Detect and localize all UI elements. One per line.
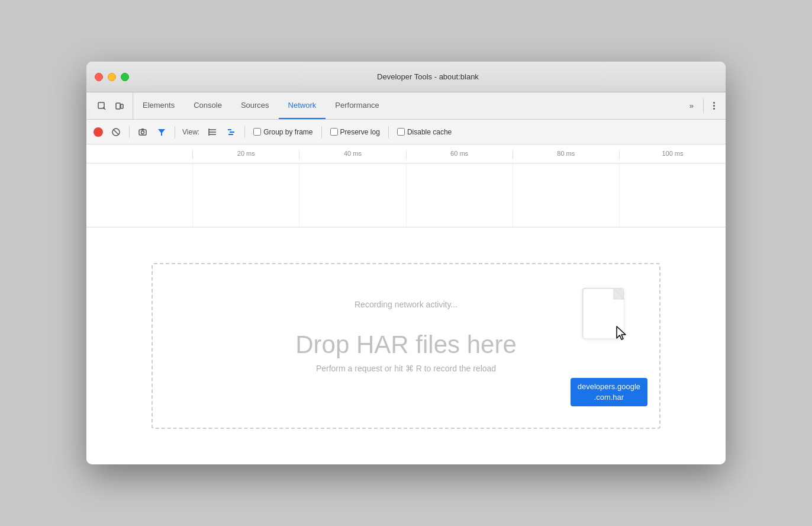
tab-network[interactable]: Network: [279, 92, 326, 119]
waterfall-view-button[interactable]: [223, 124, 240, 140]
preserve-log-group: Preserve log: [330, 128, 380, 136]
toolbar-separator-1: [129, 126, 130, 138]
record-button[interactable]: [94, 127, 103, 137]
drop-har-text: Drop HAR files here: [295, 331, 516, 359]
timeline-col-1: [192, 163, 299, 227]
tabs-container: Elements Console Sources Network Perform…: [133, 92, 681, 119]
window-title: Developer Tools - about:blank: [138, 72, 717, 81]
timeline-ruler: 20 ms 40 ms 60 ms 80 ms 100 ms: [86, 145, 726, 163]
timeline-col-4: [513, 163, 619, 227]
disable-cache-group: Disable cache: [397, 128, 452, 136]
group-by-frame-group: Group by frame: [253, 128, 312, 136]
timeline-col-0: [86, 163, 192, 227]
tab-elements[interactable]: Elements: [133, 92, 184, 119]
inspect-icon[interactable]: [94, 98, 110, 114]
recording-text: Recording network activity...: [355, 300, 457, 309]
tab-bar-left-icons: [89, 92, 133, 119]
toolbar-separator-5: [388, 126, 389, 138]
minimize-button[interactable]: [108, 73, 116, 81]
svg-rect-3: [121, 104, 123, 108]
cursor-icon: [616, 325, 629, 342]
devtools-window: Developer Tools - about:blank Element: [86, 62, 726, 464]
menu-button[interactable]: [710, 101, 718, 111]
kebab-dot-3: [713, 108, 715, 110]
svg-marker-9: [158, 129, 165, 136]
kebab-dot-1: [713, 102, 715, 104]
network-toolbar: View: Group by frame P: [86, 120, 726, 145]
svg-marker-17: [617, 326, 626, 339]
timeline: 20 ms 40 ms 60 ms 80 ms 100 ms: [86, 145, 726, 227]
kebab-dot-2: [713, 105, 715, 107]
tab-console[interactable]: Console: [184, 92, 231, 119]
timeline-col-3: [406, 163, 513, 227]
timeline-mark-60: 60 ms: [406, 150, 513, 159]
screenshot-button[interactable]: [134, 124, 151, 140]
clear-button[interactable]: [108, 124, 124, 140]
har-badge-line2: .com.har: [578, 392, 640, 403]
svg-rect-8: [141, 129, 144, 130]
svg-rect-2: [116, 103, 120, 109]
separator: [703, 99, 704, 113]
drop-zone[interactable]: Recording network activity... Drop HAR f…: [152, 263, 660, 429]
har-badge: developers.google .com.har: [571, 378, 647, 406]
group-by-frame-label[interactable]: Group by frame: [263, 128, 312, 136]
har-badge-line1: developers.google: [578, 381, 640, 392]
tab-sources[interactable]: Sources: [231, 92, 279, 119]
filter-button[interactable]: [153, 124, 170, 140]
toolbar-separator-3: [244, 126, 245, 138]
timeline-mark-20: 20 ms: [192, 150, 299, 159]
device-toolbar-icon[interactable]: [111, 98, 128, 114]
timeline-col-5: [619, 163, 726, 227]
view-label: View:: [182, 128, 199, 136]
toolbar-separator-2: [175, 126, 175, 138]
more-tabs-button[interactable]: »: [686, 99, 697, 113]
tab-bar-right: »: [681, 92, 723, 119]
tab-bar: Elements Console Sources Network Perform…: [86, 92, 726, 120]
svg-line-5: [114, 130, 118, 134]
disable-cache-checkbox[interactable]: [397, 128, 405, 136]
close-button[interactable]: [95, 73, 103, 81]
preserve-log-checkbox[interactable]: [330, 128, 338, 136]
preserve-log-label[interactable]: Preserve log: [340, 128, 380, 136]
timeline-mark-0: [86, 157, 192, 159]
maximize-button[interactable]: [121, 73, 129, 81]
svg-point-7: [141, 131, 144, 134]
perform-request-text: Perform a request or hit ⌘ R to record t…: [316, 364, 496, 373]
timeline-mark-100: 100 ms: [619, 150, 726, 159]
toolbar-separator-4: [321, 126, 322, 138]
group-by-frame-checkbox[interactable]: [253, 128, 261, 136]
list-view-button[interactable]: [204, 124, 221, 140]
timeline-mark-80: 80 ms: [513, 150, 619, 159]
title-bar: Developer Tools - about:blank: [86, 62, 726, 92]
timeline-grid: [86, 163, 726, 227]
disable-cache-label[interactable]: Disable cache: [407, 128, 452, 136]
tab-performance[interactable]: Performance: [326, 92, 388, 119]
timeline-col-2: [299, 163, 405, 227]
traffic-lights: [95, 73, 129, 81]
main-area: Recording network activity... Drop HAR f…: [86, 227, 726, 464]
file-icon-container: [582, 288, 624, 338]
timeline-mark-40: 40 ms: [299, 150, 405, 159]
